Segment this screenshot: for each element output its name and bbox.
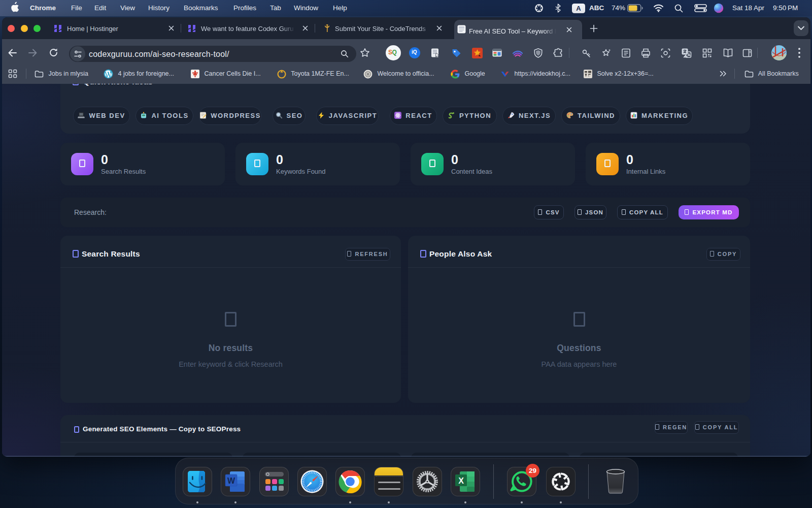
svg-text:W: W — [227, 477, 235, 485]
svg-text:X: X — [458, 477, 464, 485]
